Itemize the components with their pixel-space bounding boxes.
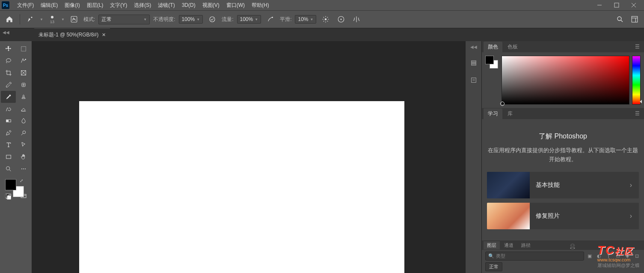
menu-image[interactable]: 图像(I) [61, 2, 83, 9]
filter-shape-icon[interactable]: ▭ [614, 252, 622, 260]
options-bar: ▼ 13 ▼ 模式: 正常▼ 不透明度: 100%▼ 流量: 100%▼ 平滑:… [0, 10, 644, 28]
clone-stamp-tool[interactable] [16, 91, 31, 103]
document-tab[interactable]: 未标题-1 @ 50%(RGB/8#) ✕ [34, 28, 110, 41]
menu-file[interactable]: 文件(F) [14, 2, 37, 9]
close-button[interactable] [625, 0, 642, 10]
menu-type[interactable]: 文字(Y) [107, 2, 131, 9]
menu-edit[interactable]: 编辑(E) [37, 2, 61, 9]
tab-swatches[interactable]: 色板 [503, 42, 522, 52]
close-tab-icon[interactable]: ✕ [102, 32, 106, 38]
home-button[interactable] [3, 13, 15, 25]
path-select-tool[interactable] [16, 139, 31, 151]
pressure-opacity-icon[interactable] [206, 13, 218, 25]
tab-libraries[interactable]: 库 [503, 108, 517, 119]
expand-panels-icon[interactable]: ◀◀ [470, 45, 477, 49]
rectangle-tool[interactable] [1, 151, 16, 163]
canvas[interactable] [79, 101, 404, 273]
crop-tool[interactable] [1, 67, 16, 79]
brush-panel-toggle[interactable] [68, 13, 80, 25]
gradient-tool[interactable] [1, 115, 16, 127]
saturation-picker[interactable] [502, 56, 629, 105]
svg-rect-44 [471, 78, 476, 83]
learn-panel-menu-icon[interactable]: ☰ [632, 111, 642, 117]
opacity-input[interactable]: 100%▼ [179, 15, 203, 24]
filter-adjust-icon[interactable]: ◐ [595, 252, 603, 260]
foreground-color[interactable] [5, 179, 16, 190]
layer-filter-search[interactable]: 🔍 类型 [485, 252, 584, 261]
lasso-tool[interactable] [1, 55, 16, 67]
layer-blend-mode[interactable]: 正常 [485, 262, 502, 271]
canvas-area[interactable] [32, 41, 465, 273]
document-tabs: ◀◀ 未标题-1 @ 50%(RGB/8#) ✕ [0, 28, 644, 41]
frame-tool[interactable] [16, 67, 31, 79]
brush-preset-picker[interactable]: 13 [47, 12, 58, 26]
hand-tool[interactable] [16, 151, 31, 163]
learn-item-basics[interactable]: 基本技能 › [487, 172, 639, 198]
tab-paths[interactable]: 路径 [518, 241, 534, 249]
tool-preset-icon[interactable] [24, 13, 36, 25]
tab-learn[interactable]: 学习 [484, 108, 502, 119]
zoom-tool[interactable] [1, 163, 16, 175]
swap-colors-icon[interactable]: ⤢ [20, 178, 23, 183]
type-tool[interactable] [1, 139, 16, 151]
airbrush-icon[interactable] [264, 13, 276, 25]
filter-smart-icon[interactable]: ◈ [623, 252, 631, 260]
history-panel-icon[interactable] [469, 58, 479, 68]
menu-view[interactable]: 视图(V) [199, 2, 223, 9]
panel-color-swatch[interactable] [485, 56, 499, 69]
move-tool[interactable] [1, 43, 16, 55]
search-icon[interactable] [614, 13, 626, 25]
svg-rect-43 [471, 64, 476, 66]
svg-point-38 [7, 195, 9, 197]
minimize-button[interactable] [591, 0, 608, 10]
menu-bar: Ps 文件(F) 编辑(E) 图像(I) 图层(L) 文字(Y) 选择(S) 滤… [0, 0, 644, 10]
filter-toggle-icon[interactable]: ⊡ [633, 252, 641, 260]
blend-mode-select[interactable]: 正常▼ [98, 15, 150, 24]
dodge-tool[interactable] [16, 127, 31, 139]
filter-type-icon[interactable]: T [605, 252, 612, 260]
eraser-tool[interactable] [16, 103, 31, 115]
learn-panel-tabs: 学习 库 ☰ [482, 108, 644, 119]
toolbox: ⤢ [0, 41, 32, 273]
edit-toolbar-icon[interactable] [16, 163, 31, 175]
chevron-right-icon: › [623, 181, 639, 189]
flow-label: 流量: [222, 16, 233, 23]
tool-preset-arrow[interactable]: ▼ [40, 18, 43, 21]
menu-filter[interactable]: 滤镜(T) [154, 2, 178, 9]
eyedropper-tool[interactable] [1, 79, 16, 91]
menu-select[interactable]: 选择(S) [131, 2, 154, 9]
quick-select-tool[interactable] [16, 55, 31, 67]
collapsed-panels: ◀◀ [465, 41, 481, 273]
menu-layer[interactable]: 图层(L) [83, 2, 107, 9]
menu-window[interactable]: 窗口(W) [223, 2, 248, 9]
blur-tool[interactable] [16, 115, 31, 127]
workspace-switcher-icon[interactable] [629, 13, 641, 25]
learn-item-retouch[interactable]: 修复照片 › [487, 203, 639, 229]
pressure-size-icon[interactable] [335, 13, 347, 25]
collapse-toolbar-icon[interactable]: ◀◀ [3, 30, 9, 35]
healing-brush-tool[interactable] [16, 79, 31, 91]
tab-layers[interactable]: 图层 [484, 241, 500, 249]
hue-slider[interactable] [632, 56, 641, 105]
menu-3d[interactable]: 3D(D) [178, 2, 199, 8]
smooth-options-icon[interactable] [320, 13, 332, 25]
panel-foreground[interactable] [485, 56, 494, 64]
brush-tool[interactable] [1, 91, 16, 103]
flow-input[interactable]: 100%▼ [237, 15, 261, 24]
color-panel-menu-icon[interactable]: ☰ [632, 44, 642, 50]
brush-picker-arrow[interactable]: ▼ [61, 18, 65, 21]
tab-channels[interactable]: 通道 [501, 241, 517, 249]
rect-marquee-tool[interactable] [16, 43, 31, 55]
history-brush-tool[interactable] [1, 103, 16, 115]
svg-point-18 [25, 59, 26, 60]
filter-pixel-icon[interactable]: ▣ [586, 252, 594, 260]
smooth-input[interactable]: 10%▼ [295, 15, 316, 24]
pen-tool[interactable] [1, 127, 16, 139]
svg-point-25 [9, 95, 11, 96]
tab-color[interactable]: 颜色 [484, 42, 502, 52]
properties-panel-icon[interactable] [469, 75, 479, 85]
maximize-button[interactable] [608, 0, 625, 10]
layers-panel-tabs: 图层 通道 路径 [482, 240, 644, 250]
symmetry-icon[interactable] [350, 13, 362, 25]
menu-help[interactable]: 帮助(H) [248, 2, 273, 9]
